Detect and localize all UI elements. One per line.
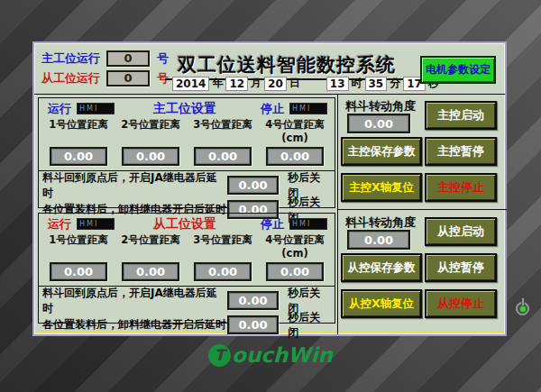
main-station-run-label: 主工位运行 [41, 50, 106, 67]
main-angle-label: 料斗转动角度 [345, 98, 416, 114]
sub-pos1-value[interactable]: 0.00 [50, 262, 107, 281]
main-position-values: 0.00 0.00 0.00 0.00 [42, 147, 331, 166]
sub-stop-label: 停止 [261, 216, 284, 232]
main-save-params-button[interactable]: 主控保存参数 [341, 137, 422, 166]
sub-save-params-button[interactable]: 从控保存参数 [341, 253, 422, 282]
date-month: 12 [225, 77, 248, 91]
sub-station-run-value[interactable]: 0 [106, 70, 150, 87]
sub-station-panel: 运行 HMI 从工位设置 停止 HMI 1号位置距离 2号位置距离 3号位置距离… [38, 213, 335, 324]
touchwin-logo-text: ouchWin [232, 343, 333, 367]
sub-delay2-suffix: 秒后关闭 [288, 310, 331, 341]
sub-run-label: 运行 [48, 216, 71, 232]
main-panel-header: 运行 HMI 主工位设置 停止 HMI [42, 101, 331, 116]
date-day-unit: 日 [289, 76, 300, 91]
main-start-button[interactable]: 主控启动 [425, 101, 497, 130]
main-pos1-value[interactable]: 0.00 [50, 147, 107, 166]
touchwin-logo: T ouchWin [0, 343, 541, 367]
main-stop-indicator: HMI [289, 103, 327, 114]
sub-pos2-label: 2号位置距离 [115, 233, 187, 260]
main-delay1-label: 料斗回到原点后，开启JA继电器后延时 [42, 170, 227, 201]
sub-pos4-label: 4号位置距离(cm) [259, 233, 331, 260]
sub-position-labels: 1号位置距离 2号位置距离 3号位置距离 4号位置距离(cm) [42, 233, 331, 260]
main-stop-label: 停止 [261, 101, 284, 117]
date-year-unit: 年 [212, 76, 223, 91]
sub-xaxis-reset-button[interactable]: 从控X轴复位 [341, 289, 422, 318]
sub-angle-value[interactable]: 0.00 [347, 230, 410, 250]
sub-panel-title: 从工位设置 [115, 216, 255, 232]
main-stop-button[interactable]: 主控停止 [425, 173, 497, 202]
main-pause-button[interactable]: 主控暂停 [425, 137, 497, 166]
main-delay1-value[interactable]: 0.00 [227, 176, 280, 195]
sub-station-run-label: 从工位运行 [41, 70, 106, 87]
sub-pos3-label: 3号位置距离 [187, 233, 259, 260]
main-pos3-value[interactable]: 0.00 [194, 147, 252, 166]
time-hour-unit: 时 [352, 76, 362, 91]
sub-pos1-label: 1号位置距离 [42, 233, 115, 260]
date-year: 2014 [172, 77, 209, 91]
main-station-run-row: 主工位运行 0 号 [41, 49, 169, 68]
main-pos4-value[interactable]: 0.00 [266, 147, 324, 166]
sub-pos3-value[interactable]: 0.00 [194, 262, 252, 281]
sub-position-values: 0.00 0.00 0.00 0.00 [42, 262, 331, 281]
date-month-unit: 月 [251, 76, 261, 91]
desktop-background: 主工位运行 0 号 从工位运行 0 号 双工位送料智能数控系统 2014 年 1… [0, 0, 541, 392]
main-pos2-value[interactable]: 0.00 [122, 147, 179, 166]
sub-delay1-label: 料斗回到原点后，开启JA继电器后延时 [42, 286, 227, 316]
sub-pos2-value[interactable]: 0.00 [122, 262, 179, 281]
sub-pos4-value[interactable]: 0.00 [266, 262, 324, 281]
sub-run-indicator: HMI [77, 218, 115, 230]
main-angle-value[interactable]: 0.00 [347, 114, 410, 133]
main-pos4-label: 4号位置距离(cm) [259, 118, 331, 144]
sub-stop-button[interactable]: 从控停止 [425, 289, 497, 318]
sub-delay2-label: 各位置装料后，卸料继电器开启后延时 [42, 317, 227, 333]
main-pos2-label: 2号位置距离 [115, 118, 187, 144]
main-run-indicator: HMI [77, 103, 115, 114]
hmi-screen: 主工位运行 0 号 从工位运行 0 号 双工位送料智能数控系统 2014 年 1… [32, 41, 507, 336]
main-xaxis-reset-button[interactable]: 主控X轴复位 [341, 173, 422, 202]
main-position-labels: 1号位置距离 2号位置距离 3号位置距离 4号位置距离(cm) [42, 118, 331, 144]
sub-station-run-row: 从工位运行 0 号 [41, 68, 169, 88]
sub-stop-indicator: HMI [289, 218, 327, 230]
sub-delay1-value[interactable]: 0.00 [227, 291, 280, 310]
sub-delay2-value[interactable]: 0.00 [227, 315, 280, 334]
datetime-display: 2014 年 12 月 20 日 13 时 35 分 17 秒 [170, 76, 439, 91]
touchwin-logo-icon: T [208, 344, 231, 367]
main-panel-title: 主工位设置 [115, 101, 255, 117]
main-station-panel: 运行 HMI 主工位设置 停止 HMI 1号位置距离 2号位置距离 3号位置距离… [38, 97, 335, 208]
power-led [520, 306, 526, 312]
sub-delay2-row: 各位置装料后，卸料继电器开启后延时 0.00 秒后关闭 [42, 313, 331, 337]
time-minute: 35 [365, 77, 388, 91]
sub-control-group: 料斗转动角度 0.00 从控启动 从控保存参数 从控暂停 从控X轴复位 从控停止 [338, 211, 507, 325]
sub-start-button[interactable]: 从控启动 [425, 217, 497, 246]
main-pos1-label: 1号位置距离 [42, 118, 115, 144]
power-icon[interactable] [514, 297, 532, 317]
date-day: 20 [264, 77, 287, 91]
sub-panel-header: 运行 HMI 从工位设置 停止 HMI [42, 216, 331, 232]
main-control-group: 料斗转动角度 0.00 主控启动 主控保存参数 主控暂停 主控X轴复位 主控停止 [338, 95, 507, 209]
time-hour: 13 [326, 77, 349, 91]
main-pos3-label: 3号位置距离 [187, 118, 259, 144]
sub-angle-label: 料斗转动角度 [345, 214, 416, 231]
sub-pause-button[interactable]: 从控暂停 [425, 253, 497, 282]
power-bar [522, 298, 524, 305]
main-station-run-value[interactable]: 0 [106, 50, 150, 67]
main-run-label: 运行 [48, 101, 71, 117]
control-section-divider [338, 209, 507, 210]
station-run-counters: 主工位运行 0 号 从工位运行 0 号 [41, 49, 169, 88]
time-minute-unit: 分 [390, 76, 400, 91]
motor-params-button[interactable]: 电机参数设定 [420, 56, 496, 84]
